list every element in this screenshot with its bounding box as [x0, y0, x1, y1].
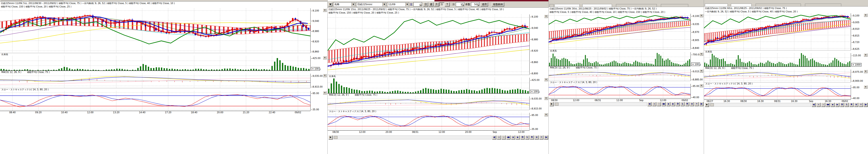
pane-collapse-button[interactable]: ▼ [544, 78, 548, 81]
pane-collapse-button[interactable]: ▼ [323, 74, 327, 77]
pane-collapse-button[interactable]: ▼ [700, 52, 703, 56]
step-back-button[interactable]: ◀| [492, 135, 496, 139]
close-button[interactable]: ✕ [859, 103, 863, 107]
chart-scrollbar[interactable] [710, 103, 811, 107]
pane-collapse-button[interactable]: ▼ [323, 56, 327, 59]
pane-collapse-button[interactable]: ▼ [864, 70, 868, 73]
log-scale-button[interactable]: L [525, 135, 529, 139]
zoom-out-button[interactable]: － [821, 103, 825, 107]
time-axis-label: 16:30 [723, 100, 730, 102]
pane-collapse-button[interactable]: ▼ [544, 97, 548, 100]
pane-collapse-button[interactable]: ▼ [323, 91, 327, 95]
fit-button[interactable]: ◀▶ [661, 102, 666, 106]
scrollbar-thumb[interactable] [555, 103, 559, 106]
stochastics-chart-canvas [549, 84, 690, 99]
log-scale-button[interactable]: L [680, 102, 685, 106]
daily-button[interactable]: D [676, 102, 680, 106]
symbol-select[interactable]: 日経225mini ▼ [356, 2, 386, 7]
multi-symbol-button[interactable]: 複数銘柄 [492, 2, 504, 6]
chart-scrollbar[interactable] [333, 135, 492, 139]
scrollbar-thumb[interactable] [710, 103, 714, 106]
magnifier-button[interactable]: ⊕ [690, 102, 694, 106]
pane-label-row: スロー・ストキャスティクス( 14, 3, 80, 20 ) [0, 88, 328, 91]
fit-button[interactable]: ◀▶ [826, 103, 830, 107]
button-fragment [805, 4, 841, 6]
jump-latest-button[interactable]: |▶ [699, 102, 704, 106]
daily-button[interactable]: D [840, 103, 844, 107]
macd-pane [328, 96, 529, 110]
zoom-in-button[interactable]: ＋ [816, 103, 820, 107]
combo-fragment [705, 4, 728, 6]
contract-month-select[interactable]: 11/09 ▼ [387, 2, 409, 7]
bar-count-spinner[interactable]: 500 ◢ [471, 2, 479, 6]
volume-pane [704, 53, 851, 67]
zoom-in-button[interactable]: ＋ [652, 102, 656, 106]
category-select[interactable]: 先物 ▼ [333, 2, 355, 7]
price-axis-label: 8,860 [530, 61, 538, 63]
window-menu-button[interactable]: ▼ [328, 2, 332, 6]
period-button-分[interactable]: 分 [439, 2, 444, 6]
step-back-button[interactable]: ◀| [647, 102, 652, 106]
spinner-knob-icon[interactable]: ◢ [420, 4, 422, 6]
pane-collapse-button[interactable]: ▼ [544, 113, 548, 117]
time-axis: 08/3012:0020:0008/3112:0020:00Sep12:00 [328, 130, 529, 134]
period-button-T[interactable]: T [445, 2, 450, 6]
step-forward-button[interactable]: ▶ [835, 103, 839, 107]
pane-label-row: スロー・ストキャスティクス( 14, 3, 80, 20 ) [704, 82, 868, 85]
zoom-out-button[interactable]: － [501, 135, 506, 139]
magnifier-button[interactable]: ⊕ [854, 103, 858, 107]
pane-collapse-button[interactable]: ▼ [864, 85, 868, 89]
pane-collapse-button[interactable]: ▼ [700, 84, 703, 87]
scrollbar-step-button[interactable]: ▶ [329, 135, 333, 139]
reset-button[interactable]: R [530, 135, 534, 139]
pane-collapse-button[interactable]: ▼ [700, 69, 703, 73]
marker-button[interactable]: ▪ [666, 102, 671, 106]
chart-legend-line1: 日経225mini 11/09( 30分, 2011/08/25 - 2011/… [549, 7, 704, 10]
volume-pane-axis: 425.00180.00▼× 100 [310, 56, 327, 71]
scrollbar-step-button[interactable]: ▶ [550, 102, 554, 106]
step-forward-button[interactable]: ▶ [671, 102, 675, 106]
jump-latest-button[interactable]: |▶ [864, 103, 868, 107]
chart-panel-5min: 日経225mini 11/09( 5分, 2011/08/30 - 2011/0… [0, 0, 328, 154]
magnifier-button[interactable]: ⊕ [534, 135, 539, 139]
stochastics-chart-canvas [328, 113, 529, 130]
pane-collapse-button[interactable]: ▼ [864, 14, 868, 17]
volume-pane-axis: 425.00180.00▼× 100 [529, 78, 549, 94]
bar-interval-spinner[interactable]: 1 ◢ [413, 2, 422, 6]
log-scale-button[interactable]: L [845, 103, 849, 107]
zoom-out-button[interactable]: － [657, 102, 661, 106]
period-button-日[interactable]: 日 [423, 2, 428, 6]
reset-button[interactable]: R [685, 102, 689, 106]
chart-scrollbar[interactable] [554, 102, 647, 106]
pane-collapse-button[interactable]: ▼ [700, 14, 703, 17]
period-button-週[interactable]: 週 [429, 2, 434, 6]
macd-pane-axis: 9,035.008,915.00▼ [529, 96, 549, 110]
pane-collapse-button[interactable]: ▼ [544, 15, 548, 18]
time-axis-label: 08/30 [551, 99, 558, 102]
combo-fragment [582, 4, 612, 7]
time-axis-label: 09/02 [682, 99, 688, 102]
close-button[interactable]: ✕ [539, 135, 544, 139]
pane-collapse-button[interactable]: ▼ [323, 8, 327, 12]
jump-latest-button[interactable]: |▶ [544, 135, 548, 139]
step-back-button[interactable]: ◀| [812, 103, 816, 107]
spinner-knob-icon[interactable]: ◢ [462, 4, 464, 6]
marker-button[interactable]: ▪ [831, 103, 835, 107]
spinner-knob-icon[interactable]: ◢ [477, 4, 479, 6]
zoom-in-button[interactable]: ＋ [497, 135, 501, 139]
volume-chart-canvas [704, 53, 851, 67]
fit-button[interactable]: ◀▶ [506, 135, 510, 139]
pane-collapse-button[interactable]: ▼ [864, 53, 868, 57]
minutes-spinner[interactable]: 15 ◢ [456, 2, 464, 6]
scrollbar-step-button[interactable]: ▶ [705, 103, 709, 107]
marker-button[interactable]: ▪ [511, 135, 515, 139]
step-forward-button[interactable]: ▶ [516, 135, 520, 139]
reset-button[interactable]: R [849, 103, 854, 107]
button-fragment [755, 4, 801, 6]
close-button[interactable]: ✕ [694, 102, 699, 106]
daily-button[interactable]: D [520, 135, 525, 139]
stochastics-axis-label: 95.00 [691, 85, 699, 87]
apply-button[interactable]: 適用 [480, 2, 488, 6]
scrollbar-thumb[interactable] [334, 136, 338, 139]
period-button-月[interactable]: 月 [434, 2, 439, 6]
